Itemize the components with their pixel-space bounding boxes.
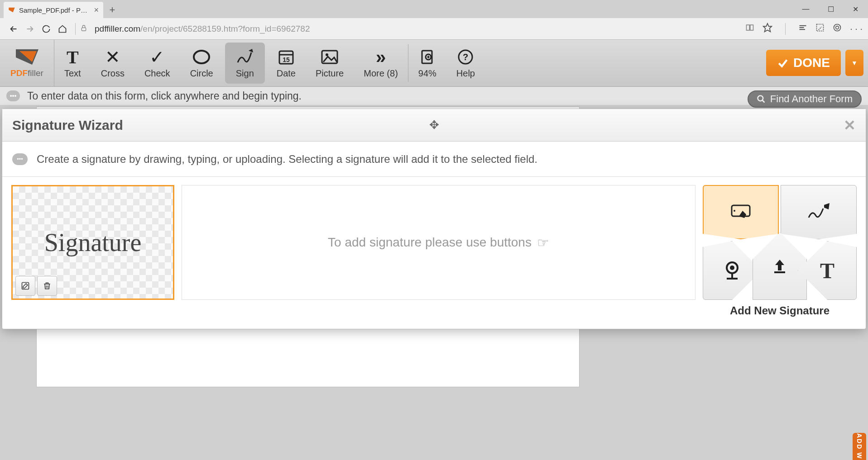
browser-tab[interactable]: Sample_PDF.pdf - PDFfi × (4, 2, 103, 18)
svg-text:?: ? (463, 52, 468, 62)
app-toolbar: PDFfiller T Text ✕ Cross ✓ Check Circle … (0, 40, 868, 87)
date-icon: 15 (278, 47, 295, 66)
svg-point-11 (194, 51, 209, 63)
modal-close-button[interactable]: ✕ (844, 117, 856, 134)
circle-icon (192, 47, 211, 66)
tool-date[interactable]: 15 Date (267, 40, 306, 86)
refresh-button[interactable] (38, 21, 54, 37)
notes-icon[interactable] (815, 23, 825, 34)
side-add-tab[interactable]: ADD W (853, 433, 866, 460)
capture-phone-button[interactable] (703, 185, 779, 239)
tool-label: Date (277, 68, 296, 79)
tool-label: Check (144, 68, 170, 79)
signature-wizard-modal: Signature Wizard ✥ ✕ ••• Create a signat… (2, 109, 866, 329)
svg-point-27 (734, 210, 735, 212)
svg-marker-2 (763, 24, 772, 32)
svg-line-24 (762, 100, 764, 103)
tool-text[interactable]: T Text (54, 40, 91, 86)
favorite-star-icon[interactable] (762, 23, 772, 35)
share-icon[interactable] (833, 23, 842, 34)
hint-bubble-icon: ••• (6, 90, 20, 101)
help-button[interactable]: ? Help (446, 40, 485, 86)
app-logo[interactable]: PDFfiller (0, 40, 54, 86)
tool-label: Help (456, 68, 475, 79)
tool-more[interactable]: » More (8) (354, 40, 408, 86)
reading-view-icon[interactable] (745, 23, 754, 34)
svg-point-8 (836, 26, 839, 29)
forward-button[interactable] (22, 21, 38, 37)
modal-title: Signature Wizard (12, 118, 123, 133)
minimize-button[interactable]: — (793, 0, 818, 18)
url-display[interactable]: pdffiller.com/en/project/65288159.htm?fo… (95, 24, 745, 34)
hub-icon[interactable] (798, 23, 807, 34)
more-chevron-icon: » (376, 47, 386, 66)
browser-tab-bar: Sample_PDF.pdf - PDFfi × + — ☐ ✕ (0, 0, 868, 18)
svg-marker-0 (9, 8, 14, 13)
addr-right-icons: · · · (745, 23, 863, 35)
add-signature-panel: T Add New Signature (703, 185, 857, 317)
tool-picture[interactable]: Picture (306, 40, 354, 86)
upload-signature-button[interactable] (753, 232, 807, 300)
move-handle-icon[interactable]: ✥ (429, 118, 439, 132)
tool-label: Picture (316, 68, 344, 79)
logo-icon (14, 48, 40, 66)
check-icon: ✓ (149, 47, 165, 66)
url-host: pdffiller.com (95, 24, 140, 33)
pointing-hand-icon: ☞ (537, 235, 549, 251)
speech-bubble-icon: ••• (12, 153, 28, 165)
hint-banner: ••• To enter data on this form, click an… (0, 87, 868, 105)
side-tab-label: ADD W (856, 433, 863, 459)
svg-text:15: 15 (283, 56, 290, 63)
tool-check[interactable]: ✓ Check (134, 40, 180, 86)
close-window-button[interactable]: ✕ (843, 0, 868, 18)
signature-actions (15, 276, 57, 296)
placeholder-text: To add signature please use buttons (328, 235, 532, 250)
signature-preview-card[interactable]: Signature (11, 185, 174, 300)
tool-label: Sign (236, 68, 254, 79)
draw-signature-button[interactable] (781, 185, 857, 239)
tool-label: More (8) (364, 68, 398, 79)
done-label: DONE (793, 56, 830, 70)
url-path: /en/project/65288159.htm?form_id=6962782 (140, 24, 310, 33)
delete-signature-button[interactable] (37, 276, 57, 296)
svg-rect-1 (82, 28, 86, 31)
back-button[interactable] (5, 21, 22, 37)
signature-placeholder-area: To add signature please use buttons ☞ (182, 185, 695, 300)
zoom-control[interactable]: 94% (408, 40, 446, 86)
done-dropdown[interactable]: ▼ (845, 50, 863, 76)
tool-cross[interactable]: ✕ Cross (91, 40, 134, 86)
sign-icon (235, 47, 255, 66)
picture-icon (321, 47, 339, 66)
divider (785, 23, 786, 35)
svg-rect-31 (774, 271, 785, 273)
zoom-icon (419, 47, 436, 66)
divider (75, 23, 76, 35)
svg-point-23 (758, 96, 763, 101)
browser-address-bar: pdffiller.com/en/project/65288159.htm?fo… (0, 18, 868, 40)
modal-subtitle: Create a signature by drawing, typing, o… (37, 153, 537, 166)
zoom-value: 94% (418, 68, 436, 79)
tool-circle[interactable]: Circle (180, 40, 223, 86)
svg-point-29 (730, 266, 734, 270)
find-another-form-button[interactable]: Find Another Form (748, 90, 862, 108)
maximize-button[interactable]: ☐ (818, 0, 843, 18)
new-tab-button[interactable]: + (103, 2, 121, 18)
more-icon[interactable]: · · · (850, 24, 863, 34)
tab-favicon (8, 6, 15, 14)
svg-point-7 (834, 24, 841, 31)
modal-header: Signature Wizard ✥ ✕ (2, 109, 866, 142)
home-button[interactable] (54, 21, 71, 37)
tab-title: Sample_PDF.pdf - PDFfi (19, 6, 91, 14)
tool-sign[interactable]: Sign (225, 43, 265, 84)
done-button[interactable]: DONE (766, 50, 841, 76)
window-controls: — ☐ ✕ (793, 0, 868, 18)
cross-icon: ✕ (105, 47, 120, 66)
hint-text: To enter data on this form, click anywhe… (27, 90, 302, 102)
add-signature-grid: T (703, 185, 857, 300)
tool-label: Cross (101, 68, 125, 79)
tool-label: Text (64, 68, 81, 79)
tab-close-icon[interactable]: × (94, 5, 99, 15)
add-signature-label: Add New Signature (730, 304, 830, 317)
edit-signature-button[interactable] (15, 276, 35, 296)
modal-body: Signature To add signature please use bu… (2, 177, 866, 329)
